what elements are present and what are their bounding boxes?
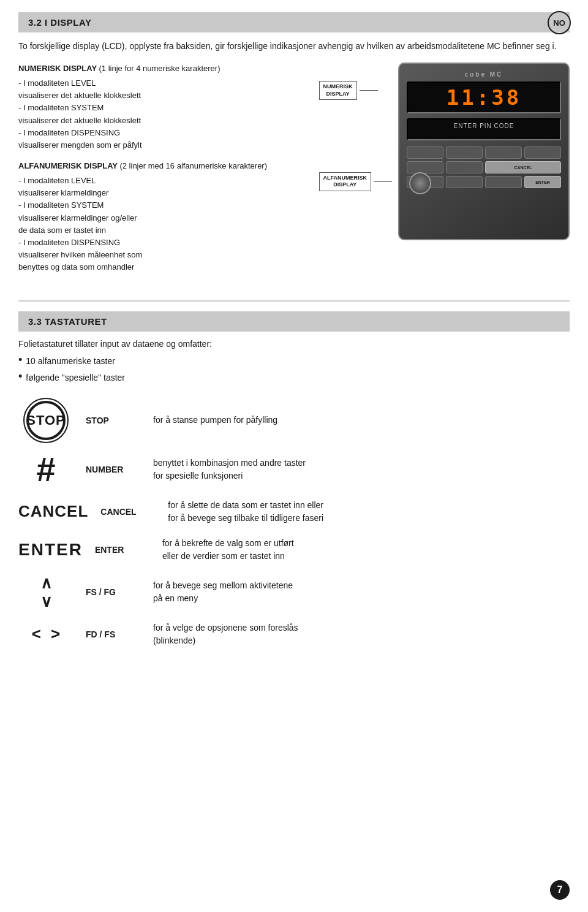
display-text-col: NUMERISK DISPLAY (1 linje for 4 numerisk… (18, 63, 307, 282)
enter-desc: for å bekrefte de valg som er utførtelle… (162, 537, 570, 563)
cancel-icon-col: CANCEL (18, 502, 88, 521)
stop-row: STOP STOP for å stanse pumpen for påfyll… (18, 401, 570, 440)
fsfg-row: ∧ ∨ FS / FG for å bevege seg mellom akti… (18, 575, 570, 609)
enter-name: ENTER (95, 545, 150, 555)
stop-desc: for å stanse pumpen for påfylling (153, 414, 570, 427)
bullet-1: • 10 alfanumeriske taster (18, 354, 570, 369)
fdfs-desc: for å velge de opsjonene som foreslås(bl… (153, 621, 570, 647)
section-32: 3.2 I DISPLAY To forskjellige display (L… (18, 12, 570, 282)
device-digits: 11:38 (447, 85, 521, 110)
section-32-heading: 3.2 I DISPLAY (18, 12, 570, 32)
numeric-display-content: - I modaliteten LEVEL visualiserer det a… (18, 77, 307, 151)
fsfg-name: FS / FG (86, 587, 141, 597)
numeric-display-title: NUMERISK DISPLAY (1 linje for 4 numerisk… (18, 63, 307, 75)
alpha-display-content: - I modaliteten LEVEL visualiserer klarm… (18, 175, 307, 273)
page-number: 7 (550, 880, 570, 900)
badge-label: NO (553, 18, 565, 28)
cancel-desc: for å slette de data som er tastet inn e… (168, 499, 570, 525)
alpha-display-label: ALFANUMERISKDISPLAY (319, 172, 372, 191)
numeric-display-block: NUMERISK DISPLAY (1 linje for 4 numerisk… (18, 63, 307, 151)
number-row: # NUMBER benyttet i kombinasjon med andr… (18, 452, 570, 487)
fsfg-icon: ∧ ∨ (40, 575, 52, 609)
numeric-display-label: NUMERISKDISPLAY (319, 81, 357, 100)
section-divider (18, 300, 570, 302)
key-table: STOP STOP for å stanse pumpen for påfyll… (18, 401, 570, 647)
fdfs-icon-col: < > (18, 625, 74, 644)
cancel-row: CANCEL CANCEL for å slette de data som e… (18, 499, 570, 525)
display-layout: NUMERISK DISPLAY (1 linje for 4 numerisk… (18, 63, 570, 282)
fdfs-name: FD / FS (86, 629, 141, 639)
alpha-display-block: ALFANUMERISK DISPLAY (2 linjer med 16 al… (18, 160, 307, 273)
alpha-display-title: ALFANUMERISK DISPLAY (2 linjer med 16 al… (18, 160, 307, 172)
stop-icon: STOP (26, 401, 66, 440)
section-33-bullets: • 10 alfanumeriske taster • følgende "sp… (18, 354, 570, 386)
fdfs-icon: < > (32, 625, 60, 644)
enter-icon: ENTER (18, 540, 83, 560)
fdfs-row: < > FD / FS for å velge de opsjonene som… (18, 621, 570, 647)
cancel-name: CANCEL (100, 507, 156, 517)
device-alpha: ENTER PIN CODE (413, 123, 555, 129)
enter-row: ENTER ENTER for å bekrefte de valg som e… (18, 537, 570, 563)
number-icon-col: # (18, 452, 74, 487)
device-image-col: NUMERISKDISPLAY ALFANUMERISKDISPLAY cube… (319, 63, 570, 282)
country-badge: NO (548, 11, 571, 34)
stop-name: STOP (86, 416, 141, 425)
fsfg-desc: for å bevege seg mellom aktivitetenepå e… (153, 579, 570, 605)
stop-icon-col: STOP (18, 401, 74, 440)
fsfg-icon-col: ∧ ∨ (18, 575, 74, 609)
enter-icon-col: ENTER (18, 540, 83, 560)
section-33-intro: Folietastaturet tillater input av dataen… (18, 339, 570, 349)
number-desc: benyttet i kombinasjon med andre tasterf… (153, 457, 570, 482)
section-33: 3.3 TASTATURET Folietastaturet tillater … (18, 311, 570, 647)
section-32-intro: To forskjellige display (LCD), opplyste … (18, 40, 570, 53)
cancel-icon: CANCEL (18, 502, 88, 521)
hash-icon: # (36, 452, 55, 487)
cube-mc-label: cube MC (407, 71, 561, 78)
section-33-heading: 3.3 TASTATURET (18, 311, 570, 332)
bullet-2: • følgende "spesielle" taster (18, 370, 570, 386)
number-name: NUMBER (86, 465, 141, 474)
